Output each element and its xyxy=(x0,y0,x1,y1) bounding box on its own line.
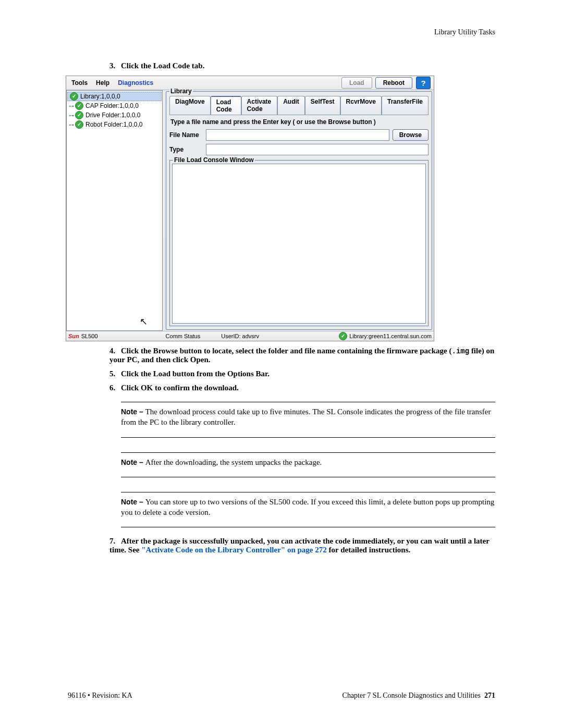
browse-button[interactable]: Browse xyxy=(393,129,429,141)
step-5-text: Click the Load button from the Options B… xyxy=(121,369,270,378)
console-screenshot: Tools Help Diagnostics Load Reboot ? Lib… xyxy=(66,76,434,341)
library-status-label: Library:green11.central.sun.com xyxy=(349,333,432,339)
step-6: 6.Click OK to confirm the download. xyxy=(109,384,495,392)
step-7: 7.After the package is successfully unpa… xyxy=(109,537,495,554)
divider xyxy=(121,402,495,402)
tree-item-label: CAP Folder:1,0,0,0 xyxy=(85,102,139,109)
tree-item[interactable]: ⊶ Drive Folder:1,0,0,0 xyxy=(67,110,162,120)
tab-selftest[interactable]: SelfTest xyxy=(305,96,340,115)
note-label: Note – xyxy=(121,458,145,466)
console-output xyxy=(172,164,426,324)
file-name-input[interactable] xyxy=(206,129,389,141)
divider xyxy=(121,477,495,477)
user-id-label: UserID: advsrv xyxy=(221,333,259,339)
check-icon xyxy=(70,92,78,101)
menu-tools[interactable]: Tools xyxy=(67,78,92,88)
tree-item-label: Robot Folder:1,0,0,0 xyxy=(85,121,142,128)
step-3: 3.Click the Load Code tab. xyxy=(109,61,495,70)
sun-logo-icon: Sun xyxy=(68,333,79,339)
note-2-text: After the downloading, the system unpack… xyxy=(145,458,322,466)
expander-icon[interactable]: ⊶ xyxy=(69,113,74,118)
expander-icon[interactable]: ⊶ xyxy=(69,122,74,128)
statusbar: Sun SL500 Comm Status UserID: advsrv Lib… xyxy=(66,331,434,341)
tab-rcvrmove[interactable]: RcvrMove xyxy=(340,96,382,115)
step-7-num: 7. xyxy=(109,537,121,546)
step-4-num: 4. xyxy=(109,347,121,355)
note-3: Note – You can store up to two versions … xyxy=(121,497,495,518)
page-number: 271 xyxy=(484,692,495,699)
tab-audit[interactable]: Audit xyxy=(277,96,305,115)
tab-loadcode[interactable]: Load Code xyxy=(211,96,241,115)
divider xyxy=(121,527,495,527)
note-3-text: You can store up to two versions of the … xyxy=(121,498,494,516)
tab-diagmove[interactable]: DiagMove xyxy=(169,96,211,115)
fieldset-legend: Library xyxy=(169,88,193,95)
note-2: Note – After the downloading, the system… xyxy=(121,457,495,467)
menubar: Tools Help Diagnostics Load Reboot ? xyxy=(66,76,434,90)
tree-item-label: Drive Folder:1,0,0,0 xyxy=(85,112,140,119)
type-label: Type xyxy=(169,146,206,153)
note-1: Note – The download process could take u… xyxy=(121,406,495,428)
footer-chapter: Chapter 7 SL Console Diagnostics and Uti… xyxy=(342,692,481,699)
tree-root-label: Library:1,0,0,0 xyxy=(80,93,120,100)
step-4-part1: Click the Browse button to locate, selec… xyxy=(121,347,452,355)
tab-transferfile[interactable]: TransferFile xyxy=(382,96,429,115)
note-label: Note – xyxy=(121,498,145,506)
divider xyxy=(121,452,495,453)
section-header: Library Utility Tasks xyxy=(68,28,495,36)
comm-status-label: Comm Status xyxy=(166,333,201,339)
divider xyxy=(121,492,495,492)
check-icon xyxy=(75,120,83,129)
tree-item[interactable]: ⊶ CAP Folder:1,0,0,0 xyxy=(67,101,162,110)
step-7-part2: for detailed instructions. xyxy=(327,546,411,554)
menu-diagnostics[interactable]: Diagnostics xyxy=(114,78,157,88)
step-6-num: 6. xyxy=(109,384,121,392)
type-input[interactable] xyxy=(206,144,429,155)
cross-reference-link[interactable]: "Activate Code on the Library Controller… xyxy=(141,546,327,554)
divider xyxy=(121,437,495,438)
note-1-text: The download process could take up to fi… xyxy=(121,408,491,426)
tree-panel: Library:1,0,0,0 ⊶ CAP Folder:1,0,0,0 ⊶ D… xyxy=(66,90,163,331)
console-fieldset: File Load Console Window xyxy=(169,160,429,326)
step-5: 5.Click the Load button from the Options… xyxy=(109,369,495,378)
menu-help[interactable]: Help xyxy=(92,78,114,88)
reboot-button[interactable]: Reboot xyxy=(375,77,412,89)
step-3-text: Click the Load Code tab. xyxy=(121,61,204,70)
footer-left: 96116 • Revision: KA xyxy=(68,692,132,700)
note-label: Note – xyxy=(121,408,145,416)
tab-bar: DiagMove Load Code Activate Code Audit S… xyxy=(169,96,429,115)
tree-item[interactable]: ⊶ Robot Folder:1,0,0,0 xyxy=(67,120,162,129)
console-legend: File Load Console Window xyxy=(173,156,255,164)
check-icon xyxy=(339,332,347,340)
step-6-text: Click OK to confirm the download. xyxy=(121,384,239,392)
step-4-code: .img xyxy=(452,347,470,355)
page-footer: 96116 • Revision: KA Chapter 7 SL Consol… xyxy=(68,692,495,700)
tree-root-item[interactable]: Library:1,0,0,0 xyxy=(67,92,162,101)
file-name-label: File Name xyxy=(169,131,206,139)
library-fieldset: Library DiagMove Load Code Activate Code… xyxy=(166,91,432,330)
check-icon xyxy=(75,111,83,119)
help-icon[interactable]: ? xyxy=(416,77,431,89)
cursor-icon: ↖ xyxy=(140,316,162,327)
step-5-num: 5. xyxy=(109,369,121,378)
instruction-text: Type a file name and press the Enter key… xyxy=(170,118,427,126)
step-3-num: 3. xyxy=(109,61,121,70)
expander-icon[interactable]: ⊶ xyxy=(69,103,74,109)
footer-right: Chapter 7 SL Console Diagnostics and Uti… xyxy=(342,692,495,700)
step-4: 4.Click the Browse button to locate, sel… xyxy=(109,347,495,364)
check-icon xyxy=(75,102,83,110)
product-label: SL500 xyxy=(81,333,98,339)
load-button[interactable]: Load xyxy=(341,77,372,89)
tab-activatecode[interactable]: Activate Code xyxy=(241,96,278,115)
